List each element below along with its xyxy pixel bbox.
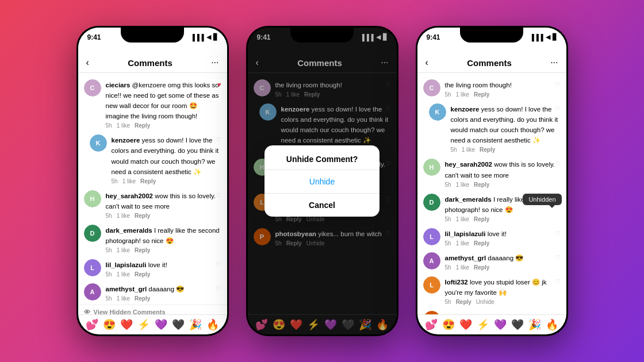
emoji-heart-sparkle[interactable]: 💕 <box>86 318 98 331</box>
reply-button[interactable]: Reply <box>474 264 489 271</box>
comment-body: kenzoere yess so down! I love the colors… <box>451 103 561 153</box>
heart-icon[interactable]: ♡ <box>555 254 561 261</box>
comment-time: 5h <box>106 271 112 278</box>
avatar: L <box>423 228 440 245</box>
avatar-image: H <box>423 159 440 176</box>
comment-username: kenzoere <box>451 106 481 113</box>
emoji-fire[interactable]: 🔥 <box>546 318 558 331</box>
reply-button[interactable]: Reply <box>474 182 489 188</box>
heart-icon[interactable]: ♡ <box>216 192 221 199</box>
hidden-comments-title[interactable]: 👁 View Hidden Comments <box>84 309 221 314</box>
back-button[interactable]: ‹ <box>86 57 89 68</box>
heart-icon[interactable]: ♡ <box>555 81 561 88</box>
emoji-black-heart[interactable]: 🖤 <box>172 318 185 331</box>
comment-text: dark_emeralds I really like the second p… <box>106 227 220 244</box>
reply-button[interactable]: Reply <box>135 295 150 302</box>
page-title: Comments <box>467 58 512 68</box>
emoji-heart[interactable]: ❤️ <box>459 318 472 331</box>
comment-time: 5h <box>106 213 112 219</box>
avatar-image: K <box>90 134 107 152</box>
comment-item: H hey_sarah2002 wow this is so lovely. c… <box>78 187 227 222</box>
comment-body: hey_sarah2002 wow this is so lovely. can… <box>445 159 561 187</box>
comment-item: P photosbyean yikes... burn the witch 5h… <box>417 308 566 314</box>
modal-overlay: Unhide Comment? Unhide Cancel <box>248 28 397 334</box>
comment-meta: 5h 1 like Reply <box>445 216 561 222</box>
emoji-heart[interactable]: ❤️ <box>120 318 133 331</box>
reply-button[interactable]: Reply <box>135 213 150 219</box>
signal-icon: ▐▐▐ <box>190 34 204 41</box>
heart-icon[interactable]: ♡ <box>555 313 561 314</box>
comment-likes: 1 like <box>122 178 136 184</box>
heart-icon[interactable]: ♥ <box>217 81 221 88</box>
comment-likes: 1 like <box>117 247 130 253</box>
comment-likes: 1 like <box>456 216 469 222</box>
emoji-lightning[interactable]: ⚡ <box>137 318 150 331</box>
comment-body: dark_emeralds I really like the second p… <box>106 225 221 253</box>
emoji-party[interactable]: 🎉 <box>528 318 541 331</box>
comment-time: 5h <box>445 182 451 188</box>
comment-body: amethyst_grl daaaang 😎 5h 1 like Reply <box>106 283 221 302</box>
heart-icon[interactable]: ♡ <box>216 285 221 292</box>
cancel-button[interactable]: Cancel <box>264 194 379 217</box>
comments-list: C cieciars @kenzoere omg this looks so n… <box>78 73 227 314</box>
comment-username: kenzoere <box>112 137 142 144</box>
emoji-party[interactable]: 🎉 <box>189 318 202 331</box>
heart-icon[interactable]: ♡ <box>555 278 561 286</box>
comment-time: 5h <box>445 240 451 247</box>
avatar: L <box>84 259 101 276</box>
back-button[interactable]: ‹ <box>425 57 428 68</box>
avatar: A <box>84 283 101 301</box>
heart-icon[interactable]: ♡ <box>555 105 561 113</box>
unhide-button[interactable]: Unhide <box>476 299 494 305</box>
reply-button[interactable]: Reply <box>140 178 156 184</box>
comment-item: L lil_lapislazuli love it! 5h 1 like Rep… <box>417 225 566 249</box>
heart-icon[interactable]: ♡ <box>216 226 221 234</box>
comment-meta: 5h 1 like Reply <box>106 213 221 219</box>
emoji-heart-eyes[interactable]: 😍 <box>442 318 455 331</box>
emoji-purple-heart[interactable]: 💜 <box>155 318 167 331</box>
comment-meta: 5h 1 like Reply <box>106 247 221 253</box>
comment-likes: 1 like <box>117 295 130 302</box>
emoji-lightning[interactable]: ⚡ <box>477 318 489 331</box>
comment-username: dark_emeralds <box>445 196 493 203</box>
comment-username: cieciars <box>106 82 132 88</box>
reply-button[interactable]: Reply <box>474 240 489 247</box>
emoji-fire[interactable]: 🔥 <box>206 318 219 331</box>
avatar-image: A <box>84 283 101 301</box>
heart-icon[interactable]: ♡ <box>216 136 221 144</box>
heart-icon[interactable]: ♡ <box>216 261 221 268</box>
emoji-black-heart[interactable]: 🖤 <box>511 318 524 331</box>
comment-username: lil_lapislazuli <box>106 261 148 268</box>
comment-username: lil_lapislazuli <box>445 230 488 237</box>
comment-time: 5h <box>445 216 451 222</box>
comment-time: 5h <box>106 295 112 302</box>
avatar: K <box>429 103 446 121</box>
reply-button[interactable]: Reply <box>474 216 489 222</box>
reply-button[interactable]: Reply <box>456 299 471 305</box>
avatar-image: K <box>429 103 446 121</box>
unhide-confirm-button[interactable]: Unhide <box>264 170 379 193</box>
comment-text: amethyst_grl daaaang 😎 <box>445 255 524 261</box>
reply-button[interactable]: Reply <box>135 247 150 253</box>
comment-item: C the living room though! 5h 1 like Repl… <box>417 76 566 101</box>
avatar-image: L <box>423 276 440 294</box>
emoji-heart-eyes[interactable]: 😍 <box>103 318 116 331</box>
comment-meta: 5h 1 like Reply <box>451 147 561 153</box>
comment-body: cieciars @kenzoere omg this looks so nic… <box>106 79 221 129</box>
emoji-bar: 💕 😍 ❤️ ⚡ 💜 🖤 🎉 🔥 <box>78 314 227 334</box>
heart-icon[interactable]: ♡ <box>555 230 561 237</box>
comment-text: lofti232 love you stupid loser 😊 jk you'… <box>445 279 547 296</box>
reply-button[interactable]: Reply <box>135 271 150 278</box>
comment-item: L lil_lapislazuli love it! 5h 1 like Rep… <box>78 256 227 280</box>
more-options-button[interactable]: ··· <box>211 57 218 68</box>
reply-button[interactable]: Reply <box>474 91 489 98</box>
comment-time: 5h <box>106 122 112 129</box>
avatar: C <box>84 79 101 97</box>
emoji-purple-heart[interactable]: 💜 <box>494 318 507 331</box>
more-options-button[interactable]: ··· <box>550 57 558 68</box>
reply-button[interactable]: Reply <box>135 122 150 129</box>
reply-button[interactable]: Reply <box>480 147 495 153</box>
heart-icon[interactable]: ♡ <box>555 160 561 168</box>
comment-meta: 5h 1 like Reply <box>445 240 561 247</box>
emoji-heart-sparkle[interactable]: 💕 <box>425 318 438 331</box>
